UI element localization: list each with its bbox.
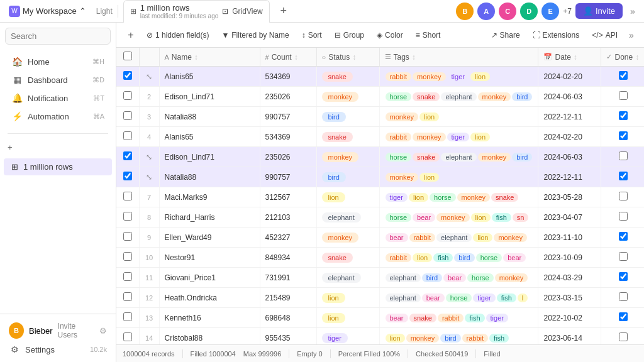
top-right-area: B A C D E +7 👤 Invite » <box>456 3 639 20</box>
sidebar-item-notification[interactable]: 🔔 Notification ⌘T <box>4 89 112 107</box>
automation-icon: ⚡ <box>11 111 23 121</box>
row-expand-icon[interactable]: ⤡ <box>146 72 152 81</box>
avatar-2[interactable]: A <box>477 3 495 20</box>
sidebar-view-million-rows[interactable]: ⊞ 1 million rows <box>4 158 112 175</box>
row-done-checkbox[interactable] <box>619 91 628 100</box>
collapse-toolbar-button[interactable]: » <box>625 29 638 41</box>
row-checkbox[interactable] <box>123 71 132 80</box>
row-done-checkbox[interactable] <box>619 172 628 180</box>
tags-col-icon: ☰ <box>385 53 391 61</box>
share-button[interactable]: ↗ Share <box>486 28 525 42</box>
row-date: 2024-06-03 <box>543 92 582 101</box>
row-done-checkbox[interactable] <box>619 71 628 80</box>
avatar-5[interactable]: E <box>541 3 559 20</box>
avatar-4[interactable]: D <box>520 3 538 20</box>
invite-button[interactable]: 👤 Invite <box>575 3 623 19</box>
search-input[interactable] <box>5 28 111 45</box>
sidebar-item-automation[interactable]: ⚡ Automation ⌘A <box>4 107 112 125</box>
row-done-cell <box>601 207 644 228</box>
row-count: 212103 <box>265 213 291 222</box>
table-body: ⤡Alanis65534369snakerabbitmonkeytigerlio… <box>116 67 644 345</box>
row-number: 11 <box>139 268 159 288</box>
status-col-label: Status <box>328 53 350 62</box>
row-name: Giovani_Price1 <box>165 273 216 282</box>
extensions-button[interactable]: ⛶ Extensions <box>528 28 585 42</box>
user-avatar: B <box>9 322 24 339</box>
row-checkbox[interactable] <box>123 212 132 221</box>
th-count[interactable]: # Count ↕ <box>260 48 316 67</box>
row-tag: monkey <box>436 213 470 222</box>
status-divider-4 <box>408 349 408 358</box>
row-checkbox[interactable] <box>123 292 132 301</box>
collapse-right-button[interactable]: » <box>626 5 639 18</box>
row-done-checkbox[interactable] <box>619 232 628 241</box>
row-checkbox[interactable] <box>123 232 132 241</box>
sort-button[interactable]: ↕ Sort <box>297 28 327 42</box>
row-checkbox[interactable] <box>123 272 132 281</box>
row-checkbox[interactable] <box>123 332 132 341</box>
color-button[interactable]: ◈ Color <box>372 28 408 42</box>
row-tag: lion <box>413 253 432 262</box>
avatar-3[interactable]: C <box>499 3 516 20</box>
workspace-button[interactable]: W My Workspace ⌃ <box>5 3 90 19</box>
row-done-checkbox[interactable] <box>619 131 628 140</box>
table-wrapper: A Name ↕ # Count ↕ <box>116 48 644 344</box>
row-count-cell: 848934 <box>260 248 316 268</box>
row-tag: horse <box>467 273 494 282</box>
row-expand-icon[interactable]: ⤡ <box>146 153 152 162</box>
row-checkbox[interactable] <box>123 91 132 100</box>
short-button[interactable]: ≡ Short <box>411 28 446 42</box>
row-date: 2022-12-11 <box>543 112 582 121</box>
row-done-checkbox[interactable] <box>619 212 628 221</box>
color-icon: ◈ <box>377 31 382 40</box>
select-all-checkbox[interactable] <box>123 52 132 60</box>
group-button[interactable]: ⊟ Group <box>330 28 369 42</box>
row-done-checkbox[interactable] <box>619 312 628 321</box>
row-done-checkbox[interactable] <box>619 151 628 160</box>
row-status-tag: lion <box>322 293 345 303</box>
th-done[interactable]: ✓ Done ↕ <box>601 48 644 67</box>
th-tags[interactable]: ☰ Tags ↕ <box>379 48 538 67</box>
row-checkbox[interactable] <box>123 131 132 140</box>
row-count: 955435 <box>265 334 291 343</box>
th-status[interactable]: ○ Status ↕ <box>316 48 379 67</box>
row-done-checkbox[interactable] <box>619 332 628 341</box>
invite-users-link[interactable]: Invite Users <box>58 322 94 339</box>
row-done-checkbox[interactable] <box>619 272 628 281</box>
row-done-cell <box>601 248 644 268</box>
row-checkbox[interactable] <box>123 151 132 160</box>
row-count-cell: 235026 <box>260 87 316 107</box>
row-checkbox[interactable] <box>123 172 132 180</box>
th-date[interactable]: 📅 Date ↕ <box>538 48 601 67</box>
row-done-checkbox[interactable] <box>619 292 628 301</box>
filter-button[interactable]: ▼ Filtered by Name <box>216 28 294 42</box>
row-tag: lion <box>419 173 439 182</box>
user-row[interactable]: B Bieber Invite Users ⚙ <box>5 319 111 342</box>
row-checkbox[interactable] <box>123 192 132 200</box>
row-done-checkbox[interactable] <box>619 252 628 261</box>
row-expand-icon[interactable]: ⤡ <box>146 173 152 182</box>
settings-row[interactable]: ⚙ Settings 10.2k <box>5 342 111 357</box>
sidebar-item-dashboard[interactable]: ▦ Dashboard ⌘D <box>4 71 112 89</box>
row-count-cell: 990757 <box>260 167 316 187</box>
row-done-checkbox[interactable] <box>619 192 628 200</box>
row-done-checkbox[interactable] <box>619 111 628 120</box>
sidebar-divider-1 <box>8 133 108 134</box>
api-button[interactable]: </> API <box>587 28 623 42</box>
row-tag: monkey <box>413 133 446 141</box>
row-checkbox[interactable] <box>123 312 132 321</box>
avatar-1[interactable]: B <box>456 3 474 20</box>
add-field-button[interactable]: + <box>123 27 139 43</box>
sidebar-add-button[interactable]: + <box>0 139 116 156</box>
status-max: Max 999996 <box>243 350 282 358</box>
row-checkbox[interactable] <box>123 252 132 261</box>
th-name[interactable]: A Name ↕ <box>159 48 260 67</box>
tab-million-rows[interactable]: ⊞ 1 million rows last modified: 9 minute… <box>123 0 270 23</box>
row-tag: fish <box>497 293 516 302</box>
row-tag: rabbit <box>409 233 436 242</box>
add-tab-button[interactable]: + <box>275 3 292 20</box>
hidden-fields-button[interactable]: ⊘ 1 hidden field(s) <box>142 28 214 42</box>
row-checkbox[interactable] <box>123 111 132 120</box>
row-tag: monkey <box>413 72 446 81</box>
sidebar-item-home[interactable]: 🏠 Home ⌘H <box>4 53 112 70</box>
